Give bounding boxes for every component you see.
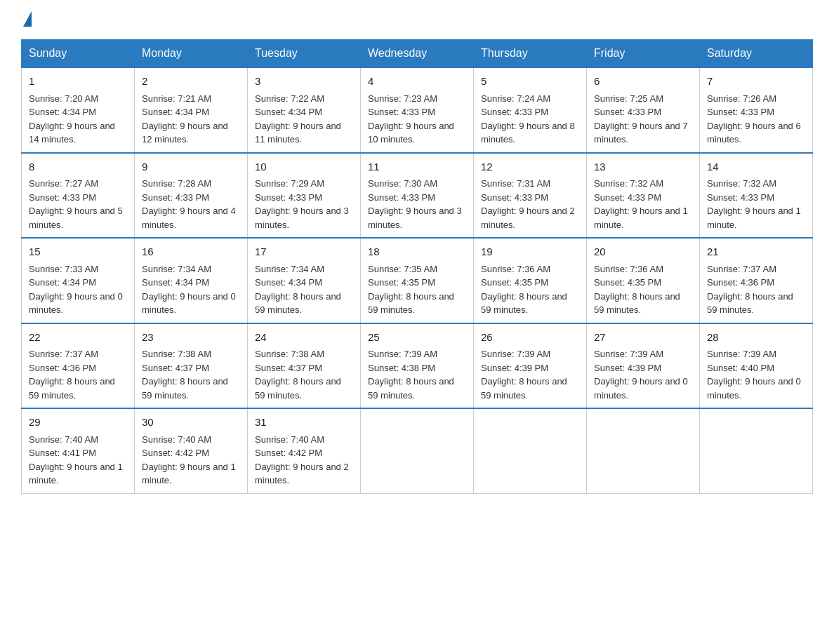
day-number: 29: [29, 415, 127, 431]
logo-triangle-icon: [23, 11, 32, 27]
day-info: Sunrise: 7:33 AMSunset: 4:34 PMDaylight:…: [29, 264, 123, 316]
calendar-cell: [587, 408, 700, 493]
day-info: Sunrise: 7:39 AMSunset: 4:39 PMDaylight:…: [594, 349, 688, 401]
day-number: 6: [594, 74, 692, 90]
day-number: 5: [481, 74, 579, 90]
calendar-cell: 17Sunrise: 7:34 AMSunset: 4:34 PMDayligh…: [248, 238, 361, 323]
calendar-cell: 24Sunrise: 7:38 AMSunset: 4:37 PMDayligh…: [248, 323, 361, 409]
day-number: 13: [594, 159, 692, 175]
day-number: 26: [481, 330, 579, 346]
calendar-cell: 20Sunrise: 7:36 AMSunset: 4:35 PMDayligh…: [587, 238, 700, 323]
calendar-cell: 22Sunrise: 7:37 AMSunset: 4:36 PMDayligh…: [22, 323, 135, 409]
day-number: 21: [707, 244, 805, 260]
day-info: Sunrise: 7:39 AMSunset: 4:39 PMDaylight:…: [481, 349, 567, 401]
week-row-1: 1Sunrise: 7:20 AMSunset: 4:34 PMDaylight…: [22, 67, 813, 153]
calendar-cell: [700, 408, 813, 493]
day-number: 25: [368, 330, 466, 346]
day-info: Sunrise: 7:29 AMSunset: 4:33 PMDaylight:…: [255, 178, 349, 230]
week-row-4: 22Sunrise: 7:37 AMSunset: 4:36 PMDayligh…: [22, 323, 813, 409]
calendar-cell: [474, 408, 587, 493]
day-number: 27: [594, 330, 692, 346]
calendar-cell: 1Sunrise: 7:20 AMSunset: 4:34 PMDaylight…: [22, 67, 135, 153]
day-info: Sunrise: 7:32 AMSunset: 4:33 PMDaylight:…: [707, 178, 801, 230]
day-number: 16: [142, 244, 240, 260]
day-info: Sunrise: 7:25 AMSunset: 4:33 PMDaylight:…: [594, 93, 688, 145]
day-number: 8: [29, 159, 127, 175]
day-number: 24: [255, 330, 353, 346]
calendar-cell: 23Sunrise: 7:38 AMSunset: 4:37 PMDayligh…: [135, 323, 248, 409]
day-number: 31: [255, 415, 353, 431]
day-info: Sunrise: 7:36 AMSunset: 4:35 PMDaylight:…: [481, 264, 567, 316]
day-info: Sunrise: 7:40 AMSunset: 4:42 PMDaylight:…: [255, 434, 349, 486]
day-info: Sunrise: 7:31 AMSunset: 4:33 PMDaylight:…: [481, 178, 575, 230]
header-day-tuesday: Tuesday: [248, 40, 361, 68]
day-info: Sunrise: 7:38 AMSunset: 4:37 PMDaylight:…: [255, 349, 341, 401]
day-info: Sunrise: 7:35 AMSunset: 4:35 PMDaylight:…: [368, 264, 454, 316]
calendar-cell: 26Sunrise: 7:39 AMSunset: 4:39 PMDayligh…: [474, 323, 587, 409]
week-row-3: 15Sunrise: 7:33 AMSunset: 4:34 PMDayligh…: [22, 238, 813, 323]
calendar-table: SundayMondayTuesdayWednesdayThursdayFrid…: [21, 39, 813, 494]
calendar-cell: 4Sunrise: 7:23 AMSunset: 4:33 PMDaylight…: [361, 67, 474, 153]
day-info: Sunrise: 7:40 AMSunset: 4:41 PMDaylight:…: [29, 434, 123, 486]
day-info: Sunrise: 7:21 AMSunset: 4:34 PMDaylight:…: [142, 93, 228, 145]
day-number: 4: [368, 74, 466, 90]
day-number: 18: [368, 244, 466, 260]
calendar-cell: 25Sunrise: 7:39 AMSunset: 4:38 PMDayligh…: [361, 323, 474, 409]
day-info: Sunrise: 7:34 AMSunset: 4:34 PMDaylight:…: [255, 264, 341, 316]
calendar-header-row: SundayMondayTuesdayWednesdayThursdayFrid…: [22, 40, 813, 68]
day-number: 3: [255, 74, 353, 90]
day-number: 23: [142, 330, 240, 346]
day-info: Sunrise: 7:27 AMSunset: 4:33 PMDaylight:…: [29, 178, 123, 230]
calendar-cell: 15Sunrise: 7:33 AMSunset: 4:34 PMDayligh…: [22, 238, 135, 323]
day-number: 28: [707, 330, 805, 346]
calendar-cell: 10Sunrise: 7:29 AMSunset: 4:33 PMDayligh…: [248, 153, 361, 239]
day-info: Sunrise: 7:40 AMSunset: 4:42 PMDaylight:…: [142, 434, 236, 486]
header-day-sunday: Sunday: [22, 40, 135, 68]
week-row-5: 29Sunrise: 7:40 AMSunset: 4:41 PMDayligh…: [22, 408, 813, 493]
day-info: Sunrise: 7:30 AMSunset: 4:33 PMDaylight:…: [368, 178, 462, 230]
calendar-cell: 29Sunrise: 7:40 AMSunset: 4:41 PMDayligh…: [22, 408, 135, 493]
day-number: 7: [707, 74, 805, 90]
calendar-cell: 8Sunrise: 7:27 AMSunset: 4:33 PMDaylight…: [22, 153, 135, 239]
header-day-wednesday: Wednesday: [361, 40, 474, 68]
calendar-cell: 28Sunrise: 7:39 AMSunset: 4:40 PMDayligh…: [700, 323, 813, 409]
day-info: Sunrise: 7:36 AMSunset: 4:35 PMDaylight:…: [594, 264, 680, 316]
day-info: Sunrise: 7:28 AMSunset: 4:33 PMDaylight:…: [142, 178, 236, 230]
calendar-cell: [361, 408, 474, 493]
day-number: 30: [142, 415, 240, 431]
day-number: 9: [142, 159, 240, 175]
day-number: 12: [481, 159, 579, 175]
calendar-cell: 27Sunrise: 7:39 AMSunset: 4:39 PMDayligh…: [587, 323, 700, 409]
logo: [21, 14, 32, 27]
calendar-cell: 6Sunrise: 7:25 AMSunset: 4:33 PMDaylight…: [587, 67, 700, 153]
day-number: 20: [594, 244, 692, 260]
calendar-cell: 9Sunrise: 7:28 AMSunset: 4:33 PMDaylight…: [135, 153, 248, 239]
day-number: 2: [142, 74, 240, 90]
calendar-cell: 14Sunrise: 7:32 AMSunset: 4:33 PMDayligh…: [700, 153, 813, 239]
calendar-cell: 16Sunrise: 7:34 AMSunset: 4:34 PMDayligh…: [135, 238, 248, 323]
calendar-cell: 3Sunrise: 7:22 AMSunset: 4:34 PMDaylight…: [248, 67, 361, 153]
calendar-cell: 12Sunrise: 7:31 AMSunset: 4:33 PMDayligh…: [474, 153, 587, 239]
day-info: Sunrise: 7:39 AMSunset: 4:38 PMDaylight:…: [368, 349, 454, 401]
calendar-cell: 2Sunrise: 7:21 AMSunset: 4:34 PMDaylight…: [135, 67, 248, 153]
page-header: [21, 14, 813, 27]
calendar-cell: 19Sunrise: 7:36 AMSunset: 4:35 PMDayligh…: [474, 238, 587, 323]
calendar-cell: 13Sunrise: 7:32 AMSunset: 4:33 PMDayligh…: [587, 153, 700, 239]
calendar-cell: 30Sunrise: 7:40 AMSunset: 4:42 PMDayligh…: [135, 408, 248, 493]
day-number: 10: [255, 159, 353, 175]
header-day-thursday: Thursday: [474, 40, 587, 68]
day-info: Sunrise: 7:37 AMSunset: 4:36 PMDaylight:…: [707, 264, 793, 316]
calendar-cell: 5Sunrise: 7:24 AMSunset: 4:33 PMDaylight…: [474, 67, 587, 153]
day-info: Sunrise: 7:24 AMSunset: 4:33 PMDaylight:…: [481, 93, 575, 145]
calendar-cell: 7Sunrise: 7:26 AMSunset: 4:33 PMDaylight…: [700, 67, 813, 153]
day-number: 14: [707, 159, 805, 175]
calendar-cell: 21Sunrise: 7:37 AMSunset: 4:36 PMDayligh…: [700, 238, 813, 323]
day-number: 11: [368, 159, 466, 175]
day-number: 17: [255, 244, 353, 260]
calendar-cell: 31Sunrise: 7:40 AMSunset: 4:42 PMDayligh…: [248, 408, 361, 493]
calendar-cell: 11Sunrise: 7:30 AMSunset: 4:33 PMDayligh…: [361, 153, 474, 239]
day-info: Sunrise: 7:37 AMSunset: 4:36 PMDaylight:…: [29, 349, 115, 401]
day-info: Sunrise: 7:23 AMSunset: 4:33 PMDaylight:…: [368, 93, 454, 145]
day-number: 15: [29, 244, 127, 260]
header-day-friday: Friday: [587, 40, 700, 68]
